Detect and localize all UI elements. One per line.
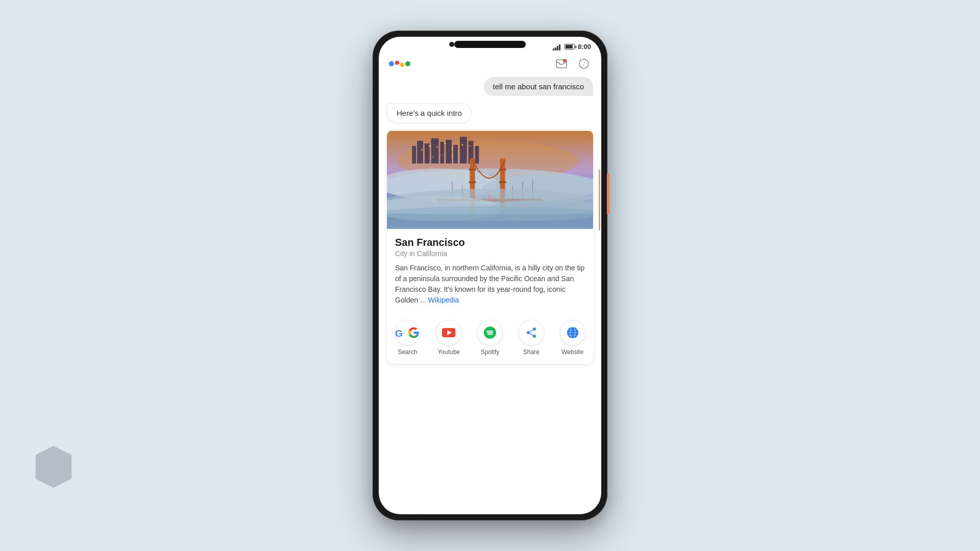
status-time: 8:00: [578, 43, 591, 51]
svg-point-23: [470, 145, 471, 146]
share-button-label: Share: [523, 348, 540, 356]
svg-point-57: [527, 331, 530, 334]
svg-rect-13: [453, 145, 458, 163]
share-icon: [519, 320, 544, 345]
signal-icon: [553, 43, 560, 51]
phone-camera: [449, 42, 454, 47]
website-icon: [560, 320, 585, 345]
svg-point-26: [452, 156, 453, 157]
card-body: San Francisco City in California San Fra…: [387, 230, 593, 315]
assistant-message-wrap: Here's a quick intro: [387, 103, 593, 130]
svg-rect-33: [469, 181, 476, 183]
svg-rect-32: [469, 168, 476, 170]
svg-rect-9: [425, 143, 430, 163]
user-message-wrap: tell me about san francisco: [387, 77, 593, 96]
scroll-indicator: [599, 169, 600, 231]
svg-point-20: [444, 143, 446, 144]
chat-area: tell me about san francisco Here's a qui…: [379, 77, 601, 488]
youtube-button-label: Youtube: [437, 348, 460, 356]
svg-line-60: [529, 333, 533, 335]
spotify-icon: [477, 320, 503, 345]
status-icons: 8:00: [553, 43, 591, 51]
svg-rect-11: [440, 142, 444, 163]
card-title: San Francisco: [395, 237, 585, 248]
assistant-topbar: [379, 53, 601, 77]
svg-rect-8: [417, 141, 423, 163]
spotify-action-button[interactable]: Spotify: [475, 320, 505, 356]
svg-rect-14: [460, 137, 467, 163]
spotify-button-label: Spotify: [481, 348, 500, 356]
assistant-bubble: Here's a quick intro: [387, 103, 472, 123]
svg-point-22: [461, 144, 463, 146]
search-action-button[interactable]: G: [392, 320, 423, 356]
hex-decoration: [31, 444, 77, 490]
phone-screen: 8:00: [379, 37, 601, 514]
phone-speaker: [454, 41, 526, 48]
website-action-button[interactable]: Website: [557, 320, 588, 356]
action-buttons-row: G: [387, 315, 593, 364]
svg-marker-0: [36, 446, 71, 488]
svg-rect-7: [412, 146, 416, 163]
svg-point-17: [421, 149, 423, 151]
svg-point-19: [436, 146, 438, 147]
logo-dot-red: [395, 61, 399, 65]
battery-icon: [565, 44, 575, 49]
wikipedia-link[interactable]: Wikipedia: [428, 296, 459, 304]
svg-point-51: [387, 206, 593, 221]
share-action-button[interactable]: Share: [516, 320, 547, 356]
logo-dot-blue: [389, 61, 394, 66]
logo-dot-green: [405, 61, 410, 66]
svg-rect-35: [499, 181, 506, 183]
assistant-actions: [554, 57, 591, 71]
svg-point-2: [563, 59, 566, 62]
svg-point-25: [442, 155, 443, 156]
youtube-action-button[interactable]: Youtube: [433, 320, 464, 356]
phone-side-button: [607, 173, 609, 214]
google-assistant-logo: [389, 61, 410, 67]
svg-rect-12: [446, 140, 452, 163]
search-button-label: Search: [398, 348, 417, 356]
explore-icon[interactable]: [577, 57, 591, 71]
card-image: [387, 130, 593, 230]
info-card: San Francisco City in California San Fra…: [387, 130, 593, 364]
svg-point-58: [533, 335, 536, 338]
svg-marker-4: [582, 61, 585, 67]
svg-point-21: [452, 147, 453, 149]
inbox-icon[interactable]: [554, 57, 569, 71]
svg-rect-16: [475, 146, 479, 163]
svg-point-24: [432, 157, 433, 158]
website-button-label: Website: [561, 348, 583, 356]
user-message-bubble: tell me about san francisco: [484, 77, 593, 96]
svg-rect-10: [431, 138, 439, 163]
phone-frame: 8:00: [373, 31, 607, 520]
youtube-icon: [436, 320, 461, 345]
svg-point-56: [533, 328, 536, 331]
svg-line-59: [529, 330, 533, 332]
svg-point-18: [429, 145, 430, 147]
card-subtitle: City in California: [395, 249, 585, 258]
card-description: San Francisco, in northern California, i…: [395, 263, 585, 306]
logo-dot-yellow: [400, 63, 404, 67]
phone-outer: 8:00: [373, 31, 607, 520]
search-icon: G: [395, 320, 420, 345]
